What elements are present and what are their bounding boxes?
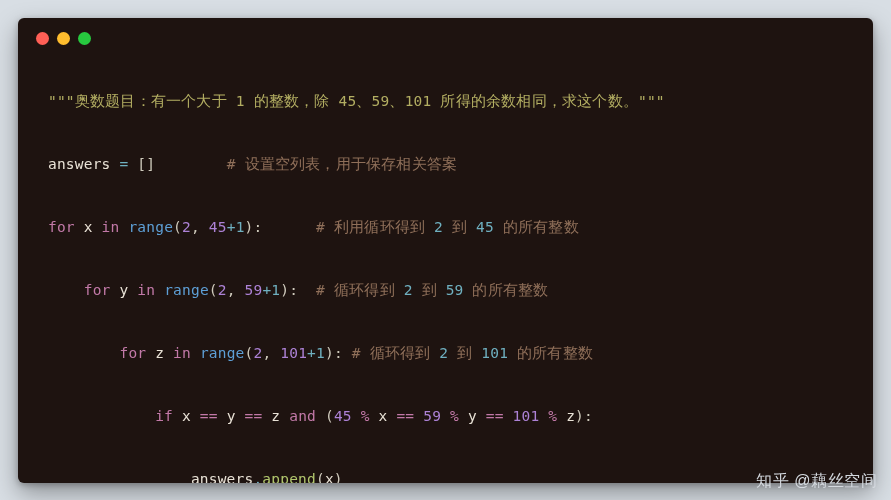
line-if: if x == y == z and (45 % x == 59 % y == … <box>48 406 849 427</box>
op-mod: % <box>441 408 468 424</box>
method-append: append <box>262 471 316 483</box>
fn-range: range <box>128 219 173 235</box>
op-plus1: +1 <box>227 219 245 235</box>
line-for-z: for z in range(2, 101+1): # 循环得到 2 到 101… <box>48 343 849 364</box>
kw-if: if <box>155 408 173 424</box>
num-45: 45 <box>209 219 227 235</box>
kw-for: for <box>119 345 146 361</box>
minimize-icon[interactable] <box>57 32 70 45</box>
code-block: """奥数题目：有一个大于 1 的整数，除 45、59、101 所得的余数相同，… <box>48 70 849 483</box>
comment-answers: 设置空列表，用于保存相关答案 <box>245 156 458 172</box>
op-plus1: +1 <box>262 282 280 298</box>
var-x: x <box>84 219 93 235</box>
var-y: y <box>468 408 477 424</box>
comment-y: 到 <box>413 282 446 298</box>
comment-marker: # <box>343 345 370 361</box>
comment-x: 利用循环得到 <box>334 219 434 235</box>
line-docstring: """奥数题目：有一个大于 1 的整数，除 45、59、101 所得的余数相同，… <box>48 91 849 112</box>
num-2: 2 <box>218 282 227 298</box>
op-eq: == <box>236 408 272 424</box>
comment-num: 2 <box>439 345 448 361</box>
close-icon[interactable] <box>36 32 49 45</box>
var-x: x <box>325 471 334 483</box>
line-append: answers.append(x) <box>48 469 849 483</box>
fn-range: range <box>164 282 209 298</box>
fn-range: range <box>200 345 245 361</box>
identifier-answers: answers <box>191 471 254 483</box>
comment-z: 循环得到 <box>370 345 440 361</box>
op-plus1: +1 <box>307 345 325 361</box>
comment-num: 45 <box>476 219 494 235</box>
comment-x: 的所有整数 <box>494 219 579 235</box>
comment-marker: # <box>298 282 334 298</box>
kw-and: and <box>289 408 316 424</box>
kw-in: in <box>102 219 120 235</box>
num-101: 101 <box>513 408 540 424</box>
comment-x: 到 <box>443 219 476 235</box>
comment-num: 59 <box>446 282 464 298</box>
comment-marker: # <box>155 156 244 172</box>
code-window: """奥数题目：有一个大于 1 的整数，除 45、59、101 所得的余数相同，… <box>18 18 873 483</box>
comment-num: 101 <box>481 345 508 361</box>
comment-marker: # <box>262 219 333 235</box>
kw-in: in <box>137 282 155 298</box>
op-assign: = <box>111 156 138 172</box>
literal-empty-list: [] <box>137 156 155 172</box>
zoom-icon[interactable] <box>78 32 91 45</box>
kw-for: for <box>48 219 75 235</box>
kw-in: in <box>173 345 191 361</box>
var-z: z <box>155 345 164 361</box>
identifier-answers: answers <box>48 156 111 172</box>
num-2: 2 <box>182 219 191 235</box>
watermark: 知乎 @藕丝空间 <box>756 471 877 492</box>
line-answers-init: answers = [] # 设置空列表，用于保存相关答案 <box>48 154 849 175</box>
comment-num: 2 <box>404 282 413 298</box>
line-for-y: for y in range(2, 59+1): # 循环得到 2 到 59 的… <box>48 280 849 301</box>
comment-y: 的所有整数 <box>464 282 549 298</box>
comment-y: 循环得到 <box>334 282 404 298</box>
num-59: 59 <box>423 408 441 424</box>
comment-z: 到 <box>448 345 481 361</box>
window-traffic-lights <box>36 32 91 45</box>
num-45: 45 <box>334 408 352 424</box>
docstring: """奥数题目：有一个大于 1 的整数，除 45、59、101 所得的余数相同，… <box>48 93 665 109</box>
kw-for: for <box>84 282 111 298</box>
num-59: 59 <box>245 282 263 298</box>
var-z: z <box>271 408 280 424</box>
op-mod: % <box>352 408 379 424</box>
comment-z: 的所有整数 <box>508 345 593 361</box>
var-x: x <box>182 408 191 424</box>
num-101: 101 <box>280 345 307 361</box>
op-eq: == <box>191 408 227 424</box>
op-eq: == <box>387 408 423 424</box>
op-eq: == <box>477 408 513 424</box>
comment-num: 2 <box>434 219 443 235</box>
op-mod: % <box>539 408 566 424</box>
var-z: z <box>566 408 575 424</box>
var-y: y <box>227 408 236 424</box>
line-for-x: for x in range(2, 45+1): # 利用循环得到 2 到 45… <box>48 217 849 238</box>
